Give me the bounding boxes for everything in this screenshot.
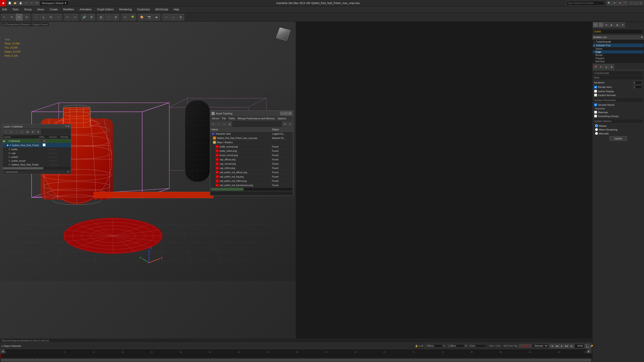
asset-resolve-btn[interactable]: ✓	[216, 122, 221, 126]
z-field[interactable]: 0.0cm	[468, 344, 486, 348]
make-unique-btn[interactable]: ◈	[604, 64, 609, 69]
search-icon[interactable]: 🔍	[606, 1, 612, 6]
select-region[interactable]: ⬚	[105, 14, 112, 20]
help-icon[interactable]: ?	[623, 1, 628, 6]
prev-frame-btn[interactable]: |◀	[550, 344, 554, 348]
always-radio[interactable]	[595, 124, 598, 127]
layers-expand-btn[interactable]: ⊞	[30, 129, 35, 134]
percent-snap[interactable]: %	[48, 14, 54, 20]
asset-row-maxfile[interactable]: M Spilled_Red_Nail_Polish_max_vray.max N…	[210, 136, 293, 140]
render-btn[interactable]: ▶	[153, 14, 160, 20]
update-button[interactable]: Update	[610, 136, 627, 141]
iterations-input[interactable]: 0	[633, 81, 642, 84]
asset-row-np-diffuse[interactable]: ▪ nail_polish_red_diffuse.png Found	[210, 170, 293, 175]
close-button[interactable]: ✕	[638, 1, 643, 5]
isoline-checkbox[interactable]	[594, 90, 597, 93]
asset-close-btn[interactable]: ✕	[288, 112, 292, 115]
subobj-edge[interactable]: Edge	[593, 50, 644, 53]
render-iters-checkbox[interactable]	[594, 86, 597, 89]
menu-tools[interactable]: Tools	[11, 7, 20, 11]
delete-modifier-btn[interactable]: 🗑	[609, 64, 614, 69]
options-button[interactable]: ⚙	[34, 1, 39, 6]
search-input[interactable]	[568, 2, 604, 4]
asset-info-btn[interactable]: ℹ	[288, 122, 292, 126]
settings-icon[interactable]: ⚙	[617, 1, 622, 6]
mirror-tool[interactable]: ⊣	[162, 14, 169, 20]
next-frame-btn[interactable]: ▶|	[570, 344, 574, 348]
maximize-button[interactable]: □	[634, 1, 638, 5]
asset-view-detail-btn[interactable]: ⊞	[227, 122, 232, 126]
layers-delete-btn[interactable]: ✕	[8, 129, 14, 134]
frame-range-bar[interactable]	[6, 171, 66, 173]
timeline-scrollbar[interactable]	[1, 359, 591, 362]
layers-close-btn[interactable]: ✕	[68, 125, 70, 128]
asset-row-bottle-reflect[interactable]: ▪ bottle_reflect.png Found	[210, 149, 293, 153]
layers-settings-btn[interactable]: ⚙	[36, 129, 41, 134]
angle-snap[interactable]: ∠	[40, 14, 47, 20]
next-key-btn[interactable]: ▶▶	[564, 344, 569, 348]
smooth-result-checkbox[interactable]	[594, 103, 597, 106]
material-editor[interactable]: 🎨	[138, 14, 145, 20]
asset-view-list-btn[interactable]: ≡	[222, 122, 227, 126]
layers-scrollbar[interactable]	[3, 167, 70, 170]
asset-row-np-fog[interactable]: ▪ nail_polish_red_fog.png Found	[210, 175, 293, 179]
menu-modifiers[interactable]: Modifiers	[62, 7, 76, 11]
array-tool[interactable]: ⊞	[178, 14, 184, 20]
layers-help-btn[interactable]: ?	[65, 125, 66, 128]
layers-filter-btn[interactable]: ▤	[25, 129, 30, 134]
smoothing-groups-checkbox[interactable]	[594, 115, 597, 117]
scene-explorer[interactable]: 🌳	[129, 14, 136, 20]
display-tab[interactable]: ◉	[615, 22, 620, 27]
unlink-tool[interactable]: ⛓	[88, 14, 95, 20]
materials-checkbox[interactable]	[594, 111, 597, 114]
asset-row-brush-normal[interactable]: ▪ brush_normal.png Found	[210, 153, 293, 157]
menu-animation[interactable]: Animation	[78, 7, 93, 11]
window-cross[interactable]: ⊞	[112, 14, 119, 20]
navigation-cube[interactable]	[276, 26, 291, 42]
asset-maximize-btn[interactable]: □	[284, 112, 288, 115]
asset-row-np-reflect[interactable]: ▪ nail_polish_red_reflect.png Found	[210, 179, 293, 183]
manually-radio[interactable]	[595, 132, 598, 135]
bookmark-icon[interactable]: ★	[612, 1, 617, 6]
x-field[interactable]: 2.684cm	[424, 344, 442, 348]
asset-menu-file[interactable]: File	[222, 117, 226, 120]
asset-row-maps[interactable]: 📁 Maps / Shaders	[210, 140, 293, 145]
select-filter[interactable]: ▤	[98, 14, 104, 20]
asset-settings-btn[interactable]: ⚙	[282, 122, 287, 126]
subobj-polygon[interactable]: Polygon	[593, 57, 644, 60]
redo-btn[interactable]: ↪	[72, 14, 78, 20]
asset-menu-options[interactable]: Options	[277, 117, 287, 120]
explicit-checkbox[interactable]	[594, 94, 597, 96]
scale-tool[interactable]: ⊡	[23, 14, 30, 20]
modifier-name-input[interactable]: bottle	[593, 29, 643, 34]
modifier-list-expand[interactable]: ▼	[640, 36, 643, 38]
layers-select-btn[interactable]: ◻	[20, 129, 24, 134]
utilities-tab[interactable]: ⚙	[620, 22, 625, 27]
search-box[interactable]	[566, 1, 605, 5]
select-tool[interactable]: ↖	[1, 14, 8, 20]
menu-create[interactable]: Create	[48, 7, 59, 11]
modify-tab[interactable]: ✧	[598, 22, 603, 27]
menu-group[interactable]: Group	[23, 7, 33, 11]
asset-row-cap-reflect[interactable]: ▪ cap_reflect.png Found	[210, 166, 293, 170]
prev-key-btn[interactable]: ◀◀	[554, 344, 559, 348]
layer-polish[interactable]: ▷ polish — — —	[2, 155, 71, 159]
layer-bottle[interactable]: ▷ bottle — — —	[2, 147, 71, 151]
layer-polish-brush[interactable]: ▷ polish_brush — — —	[2, 159, 71, 163]
link-tool[interactable]: 🔗	[81, 14, 88, 20]
timeline-track[interactable]	[0, 354, 592, 358]
auto-key-btn[interactable]: Auto Key	[519, 344, 531, 348]
render-iters-input[interactable]	[633, 85, 642, 89]
workspace-selector[interactable]: Workspace: Default ▼	[40, 1, 69, 6]
key-filters-btn[interactable]: Key Filters...🔑	[586, 344, 591, 348]
snap-toggle[interactable]: ⋮	[32, 14, 39, 20]
layer-cap[interactable]: ▷ cap — — —	[2, 151, 71, 155]
create-tab[interactable]: ✦	[593, 22, 598, 27]
move-tool[interactable]: ✛	[8, 14, 15, 20]
selected-dropdown[interactable]: Selected	[532, 344, 548, 348]
layer-mgr[interactable]: ≡	[122, 14, 128, 20]
menu-views[interactable]: Views	[36, 7, 46, 11]
motion-tab[interactable]: ▶	[609, 22, 614, 27]
pin-stack-btn[interactable]: 📌	[593, 64, 598, 69]
layer-0-default[interactable]: ▶ 0 (default) —	[2, 139, 71, 143]
